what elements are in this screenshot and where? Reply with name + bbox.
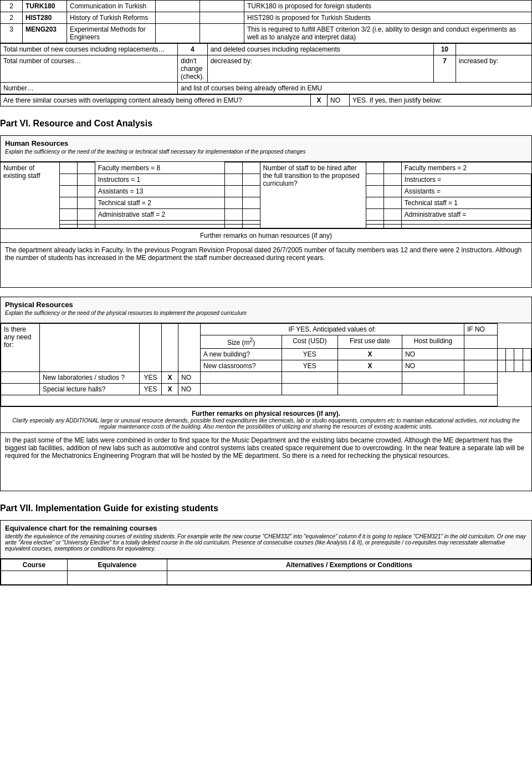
table-row: 3 MENG203 Experimental Methods for Engin… [1, 24, 532, 43]
course-num-3: 3 [1, 24, 23, 43]
col-host: Host building [402, 335, 464, 349]
hired-instructors: Instructors = [401, 174, 531, 186]
offered-emu-label: and list of courses being already offere… [178, 83, 532, 94]
hr-remarks-text: The department already lacks in Faculty.… [1, 242, 531, 265]
pr-q3: New laboratories / studios ? [40, 372, 140, 384]
equiv-col2: Equivalence [68, 559, 167, 571]
summary-new-courses-label: Total number of new courses including re… [1, 44, 178, 55]
similar-courses-table: Are there similar courses with overlappi… [0, 94, 532, 106]
pr-q3-yes: YES [140, 372, 162, 384]
pr-q4-yes: YES [140, 384, 162, 395]
col-size: Size (m2) [201, 335, 282, 349]
existing-technical: Technical staff = 2 [95, 197, 224, 209]
summary-row-2: Total number of courses… didn't change (… [1, 55, 532, 83]
course-desc-1: TURK180 is proposed for foreign students [244, 1, 532, 12]
is-there-label: Is there any need for: [1, 324, 40, 372]
pr-further-remarks-label: Further remarks on physical resources (i… [3, 410, 529, 417]
part6-title: Part VI. Resource and Cost Analysis [0, 116, 532, 131]
human-resources-subtitle: Explain the sufficiency or the need of t… [5, 149, 527, 155]
page: 2 TURK180 Communication in Turkish TURK1… [0, 0, 532, 585]
course-code-1: TURK180 [23, 1, 67, 12]
physical-resources-title: Physical Resources [5, 300, 527, 309]
part7-title: Part VII. Implementation Guide for exist… [0, 501, 532, 516]
pr-q3-no: NO [178, 372, 201, 384]
decreased-val: 7 [433, 55, 456, 83]
if-no-label: IF NO [464, 324, 497, 335]
summary-row-1: Total number of new courses including re… [1, 44, 532, 55]
hired-faculty: Faculty members = 2 [401, 162, 531, 174]
physical-resources-table: Is there any need for: IF YES, Anticipat… [1, 323, 531, 406]
course-desc-2: HIST280 is proposed for Turkish Students [244, 12, 532, 24]
course-num-2: 2 [1, 12, 23, 24]
pr-q4: Special lecture halls? [40, 384, 140, 395]
hr-main-row: Number of existing staff Faculty members… [1, 162, 531, 174]
decreased-label: decreased by: [207, 55, 433, 83]
summary-deleted-val: 10 [433, 44, 456, 55]
equiv-chart-table: Course Equivalence Alternatives / Exempt… [1, 559, 531, 585]
pr-question-3: New laboratories / studios ? YES X NO [1, 372, 531, 384]
similar-no: NO [328, 95, 350, 106]
pr-header-row-1: Is there any need for: IF YES, Anticipat… [1, 324, 531, 335]
pr-q4-no: NO [178, 384, 201, 395]
human-resources-section: Human Resources Explain the sufficiency … [0, 135, 532, 288]
table-row: 2 TURK180 Communication in Turkish TURK1… [1, 1, 532, 12]
didnt-change-label: didn't change (check). [178, 55, 208, 83]
hired-assistants: Assistants = [401, 186, 531, 197]
equiv-col1: Course [1, 559, 68, 571]
course-name-2: History of Turkish Reforms [67, 12, 156, 24]
pr-remarks-text: In the past some of the ME labs were com… [1, 432, 531, 463]
total-courses-label: Total number of courses… [1, 55, 178, 83]
hired-middle-label: Number of staff to be hired after the fu… [260, 162, 366, 228]
increased-label: increased by: [456, 55, 531, 83]
pr-q4-x: X [162, 384, 178, 395]
col-first-use: First use date [337, 335, 402, 349]
course-num-1: 2 [1, 1, 23, 12]
number-label: Number… [1, 83, 178, 94]
pr-q1-x: X [337, 349, 402, 360]
pr-q2-x: X [337, 360, 402, 372]
pr-q2-yes: YES [282, 360, 338, 372]
course-code-2: HIST280 [23, 12, 67, 24]
course-desc-3: This is required to fulfill ABET criteri… [244, 24, 532, 43]
pr-further-remarks-sub: Clarify especially any ADDITIONAL large … [3, 417, 529, 430]
pr-q1-no: NO [402, 349, 464, 360]
hired-admin: Administrative staff = [401, 209, 531, 221]
col-cost: Cost (USD) [282, 335, 338, 349]
pr-q2-no: NO [402, 360, 464, 372]
similar-courses-row: Are there similar courses with overlappi… [1, 95, 532, 106]
courses-table: 2 TURK180 Communication in Turkish TURK1… [0, 0, 532, 43]
course-code-3: MENG203 [23, 24, 67, 43]
equivalence-section: Equivalence chart for the remaining cour… [0, 520, 532, 585]
existing-assistants: Assistants = 13 [95, 186, 224, 197]
summary-new-courses-val: 4 [178, 44, 208, 55]
hired-technical: Technical staff = 1 [401, 197, 531, 209]
existing-instructors: Instructors = 1 [95, 174, 224, 186]
course-name-1: Communication in Turkish [67, 1, 156, 12]
similar-courses-question: Are there similar courses with overlappi… [1, 95, 311, 106]
pr-empty-row [1, 395, 531, 406]
summary-table: Total number of new courses including re… [0, 43, 532, 94]
human-resources-title: Human Resources [5, 139, 527, 147]
human-resources-table: Number of existing staff Faculty members… [1, 162, 531, 228]
pr-q1: A new building? [201, 349, 282, 360]
summary-row-3: Number… and list of courses being alread… [1, 83, 532, 94]
course-name-3: Experimental Methods for Engineers [67, 24, 156, 43]
pr-question-4: Special lecture halls? YES X NO [1, 384, 531, 395]
equiv-header-row: Course Equivalence Alternatives / Exempt… [1, 559, 531, 571]
pr-q3-x: X [162, 372, 178, 384]
existing-staff-label: Number of existing staff [1, 162, 59, 228]
existing-admin: Administrative staff = 2 [95, 209, 224, 221]
equiv-col3: Alternatives / Exemptions or Conditions [167, 559, 531, 571]
pr-q2: New classrooms? [201, 360, 282, 372]
existing-faculty: Faculty members = 8 [95, 162, 224, 174]
hr-further-remarks-label: Further remarks on human resources (if a… [1, 228, 531, 242]
physical-resources-subtitle: Explain the sufficiency or the need of t… [5, 310, 527, 316]
similar-yes: YES. If yes, then justify below: [350, 95, 532, 106]
equiv-chart-subtitle: Identify the equivalence of the remainin… [5, 533, 527, 552]
table-row: 2 HIST280 History of Turkish Reforms HIS… [1, 12, 532, 24]
summary-deleted-label: and deleted courses including replacemen… [207, 44, 433, 55]
similar-x-mark: X [311, 95, 328, 106]
equiv-chart-title: Equivalence chart for the remaining cour… [5, 524, 527, 532]
pr-q1-yes: YES [282, 349, 338, 360]
if-yes-label: IF YES, Anticipated values of: [201, 324, 464, 335]
